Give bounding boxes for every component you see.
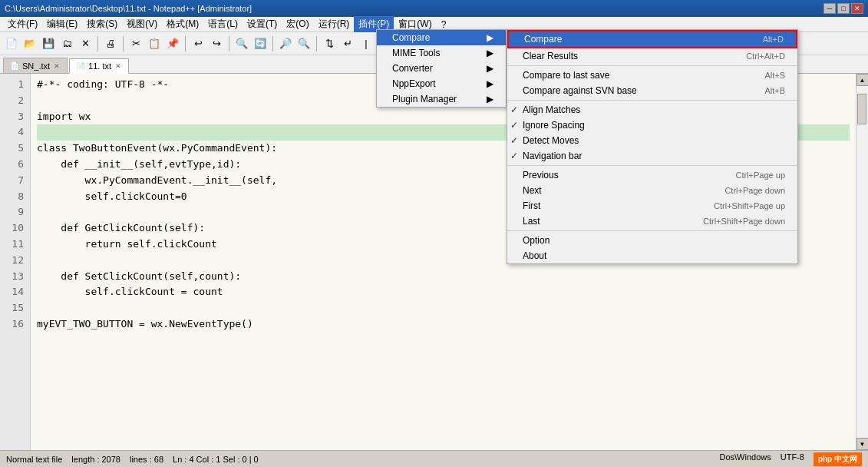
manager-arrow: ▶ — [487, 94, 493, 104]
navigation-bar-label: Navigation bar — [523, 151, 582, 161]
window-controls: ─ □ ✕ — [823, 3, 863, 14]
next-label: Next — [523, 185, 542, 196]
status-position: Ln : 4 Col : 1 Sel : 0 | 0 — [173, 455, 259, 464]
menu-file[interactable]: 文件(F) — [3, 16, 42, 32]
zoom-in-button[interactable]: 🔎 — [277, 35, 294, 52]
plugin-menu-mime[interactable]: MIME Tools ▶ — [377, 45, 506, 61]
scroll-down[interactable]: ▼ — [856, 438, 869, 450]
plugin-compare-label: Compare — [392, 32, 430, 43]
last-label: Last — [523, 216, 540, 227]
code-line-13: def SetClickCount(self,count): — [37, 269, 850, 285]
plugin-menu-manager[interactable]: Plugin Manager ▶ — [377, 91, 506, 107]
line-num: 15 — [6, 300, 24, 316]
next-item[interactable]: Next Ctrl+Page down — [507, 183, 797, 198]
menu-settings[interactable]: 设置(T) — [243, 16, 282, 32]
line-num: 10 — [6, 220, 24, 237]
clear-results-label: Clear Results — [523, 51, 578, 61]
detect-moves-item[interactable]: Detect Moves — [507, 133, 797, 148]
minimize-button[interactable]: ─ — [823, 3, 836, 14]
tab-11-close[interactable]: ✕ — [114, 62, 122, 70]
print-button[interactable]: 🖨 — [102, 35, 119, 52]
php-logo: php 中文网 — [814, 452, 862, 466]
close-button-tb[interactable]: ✕ — [77, 35, 94, 52]
sep1 — [97, 36, 98, 51]
scroll-up[interactable]: ▲ — [856, 74, 869, 86]
ignore-spacing-item[interactable]: Ignore Spacing — [507, 118, 797, 133]
tab-sn[interactable]: 📄 SN_.txt ✕ — [3, 58, 68, 73]
nppexport-arrow: ▶ — [487, 78, 493, 89]
status-encoding: UTF-8 — [781, 452, 804, 466]
sync-scroll-button[interactable]: ⇅ — [321, 35, 338, 52]
menu-edit[interactable]: 编辑(E) — [42, 16, 82, 32]
previous-item[interactable]: Previous Ctrl+Page up — [507, 167, 797, 183]
menu-language[interactable]: 语言(L) — [203, 16, 243, 32]
plugin-mime-label: MIME Tools — [392, 48, 440, 58]
tab-11-icon: 📄 — [76, 62, 85, 71]
compare-svn-item[interactable]: Compare against SVN base Alt+B — [507, 83, 797, 98]
status-bar: Normal text file length : 2078 lines : 6… — [0, 450, 868, 467]
menu-search[interactable]: 搜索(S) — [82, 16, 122, 32]
scroll-thumb[interactable] — [857, 94, 866, 124]
tab-sn-icon: 📄 — [10, 61, 19, 70]
align-matches-item[interactable]: Align Matches — [507, 102, 797, 118]
open-button[interactable]: 📂 — [21, 35, 38, 52]
compare-last-save-label: Compare to last save — [523, 70, 609, 81]
option-item[interactable]: Option — [507, 233, 797, 248]
find-button[interactable]: 🔍 — [233, 35, 250, 52]
plugin-menu-compare[interactable]: Compare ▶ — [377, 30, 506, 45]
copy-button[interactable]: 📋 — [146, 35, 163, 52]
scroll-track[interactable] — [856, 86, 868, 438]
line-num: 14 — [6, 284, 24, 300]
sep2 — [123, 36, 124, 51]
sep5 — [272, 36, 273, 51]
last-shortcut: Ctrl+Shift+Page down — [703, 217, 785, 226]
undo-button[interactable]: ↩ — [190, 35, 206, 52]
save-all-button[interactable]: 🗂 — [58, 35, 75, 52]
navigation-bar-item[interactable]: Navigation bar — [507, 148, 797, 164]
cut-button[interactable]: ✂ — [127, 35, 144, 52]
last-item[interactable]: Last Ctrl+Shift+Page down — [507, 214, 797, 229]
plugin-manager-label: Plugin Manager — [392, 94, 457, 104]
ignore-spacing-label: Ignore Spacing — [523, 120, 585, 131]
tab-sn-label: SN_.txt — [22, 61, 50, 71]
line-num: 6 — [6, 157, 24, 173]
word-wrap-button[interactable]: ↵ — [339, 35, 356, 52]
title-text: C:\Users\Administrator\Desktop\11.txt - … — [5, 4, 823, 13]
redo-button[interactable]: ↪ — [208, 35, 225, 52]
status-right: Dos\Windows UTF-8 php 中文网 — [719, 452, 862, 466]
zoom-out-button[interactable]: 🔍 — [295, 35, 312, 52]
save-button[interactable]: 💾 — [40, 35, 57, 52]
paste-button[interactable]: 📌 — [164, 35, 181, 52]
detect-moves-label: Detect Moves — [523, 135, 579, 146]
replace-button[interactable]: 🔄 — [252, 35, 269, 52]
menu-run[interactable]: 运行(R) — [314, 16, 355, 32]
menu-view[interactable]: 视图(V) — [122, 16, 162, 32]
plugin-menu-nppexport[interactable]: NppExport ▶ — [377, 76, 506, 91]
sep4 — [229, 36, 229, 51]
compare-submenu-popup: Compare Alt+D Clear Results Ctrl+Alt+D C… — [507, 29, 798, 264]
menu-format[interactable]: 格式(M) — [162, 16, 203, 32]
status-lines: lines : 68 — [130, 455, 163, 464]
about-item[interactable]: About — [507, 248, 797, 263]
sep6 — [316, 36, 317, 51]
indent-guide-button[interactable]: | — [358, 35, 375, 52]
line-num: 16 — [6, 316, 24, 333]
line-num: 3 — [6, 109, 24, 125]
tab-11[interactable]: 📄 11. txt ✕ — [69, 58, 129, 74]
menu-macro[interactable]: 宏(O) — [282, 16, 313, 32]
line-num: 11 — [6, 237, 24, 253]
clear-results-item[interactable]: Clear Results Ctrl+Alt+D — [507, 48, 797, 64]
tab-sn-close[interactable]: ✕ — [53, 62, 61, 70]
line-num: 4 — [6, 124, 24, 141]
sep4 — [507, 230, 797, 231]
new-button[interactable]: 📄 — [3, 35, 20, 52]
line-num: 7 — [6, 173, 24, 189]
compare-last-save-item[interactable]: Compare to last save Alt+S — [507, 68, 797, 83]
first-item[interactable]: First Ctrl+Shift+Page up — [507, 198, 797, 214]
line-num: 8 — [6, 189, 24, 205]
plugin-menu-converter[interactable]: Converter ▶ — [377, 61, 506, 76]
close-button[interactable]: ✕ — [851, 3, 863, 14]
maximize-button[interactable]: □ — [837, 3, 850, 14]
scrollbar[interactable]: ▲ ▼ — [856, 74, 868, 450]
compare-action-item[interactable]: Compare Alt+D — [509, 31, 796, 47]
